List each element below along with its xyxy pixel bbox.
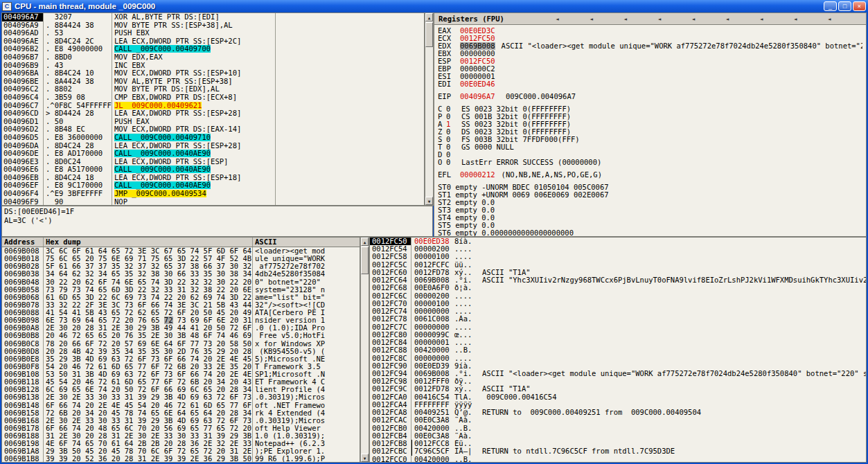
fpu-register-row[interactable]: ST1 empty +UNORM 0069 006E0069 002E0067: [438, 191, 862, 199]
dock-arrow-icon[interactable]: ◄: [828, 14, 831, 24]
disasm-row[interactable]: 004096BA. 8B4C24 10MOV ECX,DWORD PTR SS:…: [2, 69, 424, 78]
scrollbar-thumb[interactable]: [361, 247, 369, 274]
hexdump-row[interactable]: 0069B03834 64 62 32 34 65 35 32 38 30 66…: [2, 270, 360, 278]
stack-row[interactable]: 0012FC8C00000000....: [370, 355, 866, 362]
disassembly-pane[interactable]: 004096A7 3207XOR AL,BYTE PTR DS:[EDI]004…: [1, 12, 425, 206]
stack-row[interactable]: 0012FC7400000000....: [370, 307, 866, 315]
stack-row[interactable]: 0012FC6800E0A6F0ð¦à.: [370, 284, 866, 292]
hexdump-row[interactable]: 0069B1682E 30 2E 33 30 33 31 39 29 3B 4D…: [2, 417, 360, 425]
flag-row[interactable]: C0ES 0023 32bit 0(FFFFFFFF): [438, 105, 862, 113]
minimize-button[interactable]: _: [824, 1, 837, 11]
flag-row[interactable]: A1SS 0023 32bit 0(FFFFFFFF): [438, 121, 862, 128]
register-row[interactable]: ESI00000001: [438, 73, 862, 80]
info-pane[interactable]: DS:[00E0ED46]=1F AL=3C ('<'): [1, 206, 433, 237]
disasm-row[interactable]: 004096E3. 8D0C24LEA ECX,DWORD PTR SS:[ES…: [2, 158, 424, 166]
stack-row[interactable]: 0012FC5C0012FCFCüü..: [370, 261, 866, 269]
hexdump-row[interactable]: 0069B1382E 30 2E 33 30 33 31 39 29 3B 4D…: [2, 393, 360, 401]
scroll-down-icon[interactable]: ▼: [361, 454, 369, 462]
stack-row[interactable]: 0012FCAC00E0C3A8¨Ãà.: [370, 416, 866, 424]
stack-row[interactable]: 0012FC7000000100....: [370, 300, 866, 307]
stack-row[interactable]: 0012FCA4FFFFFFFFÿÿÿÿ: [370, 401, 866, 409]
register-row[interactable]: EBX00000000: [438, 50, 862, 57]
disasm-row[interactable]: 004096C4. 3B59 08CMP EBX,DWORD PTR DS:[E…: [2, 93, 424, 102]
dock-arrow-icon[interactable]: ◄: [726, 14, 729, 24]
hexdump-row[interactable]: 0069B08841 54 41 5B 43 65 72 62 65 72 6F…: [2, 309, 360, 316]
register-row-eip[interactable]: EIP004096A7_009C000.004096A7: [438, 93, 862, 100]
stack-row[interactable]: 0012FC8400000001....: [370, 339, 866, 346]
hexdump-header-address[interactable]: Address: [2, 238, 44, 247]
flag-row[interactable]: O0LastErr ERROR_SUCCESS (00000000): [438, 159, 862, 166]
hexdump-row[interactable]: 0069B0C878 20 66 6F 72 20 57 69 6E 64 6F…: [2, 340, 360, 348]
close-button[interactable]: ×: [853, 1, 866, 11]
disasm-row[interactable]: 004096EB. 8D4C24 18LEA ECX,DWORD PTR SS:…: [2, 174, 424, 182]
hexdump-row[interactable]: 0069B01875 6C 65 20 75 6E 69 71 75 65 3D…: [2, 255, 360, 262]
disasm-row[interactable]: 004096D1. 50PUSH EAX: [2, 118, 424, 126]
registers-pane[interactable]: Registers (FPU) ◄◄◄◄◄◄◄◄◄ EAX00E0ED3CECX…: [434, 12, 867, 237]
flag-row[interactable]: D0: [438, 151, 862, 159]
hexdump-row[interactable]: 0069B1984E 6F 74 65 70 61 64 2B 2B 20 28…: [2, 440, 360, 447]
register-row[interactable]: EBP000000C2: [438, 65, 862, 73]
hexdump-header-hex[interactable]: Hex dump: [44, 238, 253, 247]
disasm-row[interactable]: 004096F4.^E9 3BFEFFFFJMP _009C000.004095…: [2, 190, 424, 198]
hexdump-row[interactable]: 0069B11845 54 20 46 72 61 6D 65 77 6F 72…: [2, 378, 360, 386]
stack-row[interactable]: 0012FCB80012FCC8Èü..: [370, 440, 866, 447]
dock-arrow-icon[interactable]: ◄: [691, 14, 695, 24]
scroll-up-icon[interactable]: ▲: [425, 13, 433, 21]
hexdump-row[interactable]: 0069B04830 22 20 62 6F 74 6E 65 74 3D 22…: [2, 278, 360, 286]
register-row[interactable]: ECX0012FC50: [438, 35, 862, 42]
stack-row[interactable]: 0012FC5000E0ED388íà.: [370, 238, 866, 245]
hexdump-row[interactable]: 0069B1286C 69 65 6E 74 20 50 72 6F 66 69…: [2, 386, 360, 393]
stack-row[interactable]: 0012FCC000420000..B.: [370, 456, 866, 463]
hexdump-row[interactable]: 0069B1A829 3B 50 45 20 45 78 70 6C 6F 72…: [2, 447, 360, 455]
disasm-row[interactable]: 004096DA. 8D4C24 28LEA ECX,DWORD PTR SS:…: [2, 142, 424, 150]
stack-row[interactable]: 0012FC9000E0ED399íà.: [370, 362, 866, 370]
fpu-register-row[interactable]: ST2 empty 0.0: [438, 199, 862, 206]
maximize-button[interactable]: □: [838, 1, 851, 11]
hexdump-scrollbar[interactable]: ▲ ▼: [360, 237, 369, 463]
disasm-row[interactable]: 004096F9 90NOP: [2, 198, 424, 206]
stack-row[interactable]: 0012FC7C00000000....: [370, 323, 866, 331]
hexdump-row[interactable]: 0069B0986E 73 69 64 65 72 20 76 65 72 73…: [2, 316, 360, 324]
stack-row[interactable]: 0012FC9C0012FD78xý..ASCII "T1A": [370, 385, 866, 393]
disasm-row[interactable]: 004096B2. E8 49000000CALL _009C000.00409…: [2, 45, 424, 53]
disasm-row[interactable]: 004096B7. 8BD0MOV EDX,EAX: [2, 53, 424, 62]
hexdump-row[interactable]: 0069B0E835 29 3B 4D 69 63 72 6F 73 6F 66…: [2, 355, 360, 363]
dock-arrow-icon[interactable]: ◄: [556, 14, 559, 24]
register-row[interactable]: EAX00E0ED3C: [438, 27, 862, 35]
hexdump-row[interactable]: 0069B0A82E 30 20 28 31 2E 30 29 3B 49 44…: [2, 324, 360, 332]
disasm-row[interactable]: 004096DE. E8 AD170000CALL _009C000.0040A…: [2, 150, 424, 158]
stack-row[interactable]: 0012FCB000420000..B.: [370, 425, 866, 432]
stack-row[interactable]: 0012FC640069B008.°i.ASCII "Yhc3XUIiv2rNz…: [370, 276, 866, 284]
fpu-register-row[interactable]: ST4 empty 0.0: [438, 214, 862, 222]
disasm-row[interactable]: 004096AE. 8D4C24 2CLEA ECX,DWORD PTR SS:…: [2, 37, 424, 46]
register-row[interactable]: EDX0069B008ASCII "<loader><get_module un…: [438, 42, 862, 50]
stack-row[interactable]: 0012FCA000416C54TlA._009C000.00416C54: [370, 393, 866, 401]
disasm-row[interactable]: 004096C2. 8802MOV BYTE PTR DS:[EDX],AL: [2, 85, 424, 93]
disasm-row[interactable]: 004096C7.^0F8C 54FFFFFFJL _009C000.00409…: [2, 102, 424, 110]
hexdump-header-ascii[interactable]: ASCII: [253, 238, 360, 247]
hexdump-row[interactable]: 0069B05873 79 73 74 65 6D 3D 22 32 33 31…: [2, 286, 360, 294]
hexdump-pane[interactable]: Address Hex dump ASCII 0069B0083C 6C 6F …: [1, 237, 360, 463]
scrollbar-thumb[interactable]: [425, 22, 433, 47]
stack-row[interactable]: 0012FCA800409251Q’@.RETURN to _009C000.0…: [370, 409, 866, 416]
fpu-register-row[interactable]: ST3 empty 0.0: [438, 206, 862, 214]
flag-row[interactable]: Z0DS 0023 32bit 0(FFFFFFFF): [438, 128, 862, 136]
scroll-up-icon[interactable]: ▲: [361, 238, 369, 246]
hexdump-row[interactable]: 0069B15872 6B 20 34 20 45 78 74 65 6E 64…: [2, 409, 360, 417]
dock-arrow-icon[interactable]: ◄: [794, 14, 797, 24]
stack-row[interactable]: 0012FC980012FFF0ðÿ..: [370, 377, 866, 385]
dock-arrow-icon[interactable]: ◄: [760, 14, 763, 24]
hexdump-row[interactable]: 0069B06861 6D 65 3D 22 6C 69 73 74 22 20…: [2, 294, 360, 301]
hexdump-row[interactable]: 0069B0B820 46 72 65 65 20 76 35 2E 30 3B…: [2, 332, 360, 339]
stack-row[interactable]: 0012FC600012FD78xý..ASCII "T1A": [370, 269, 866, 276]
title-bar[interactable]: C CPU - main thread, module _009C000 _ □…: [0, 0, 868, 12]
eflags-row[interactable]: EFL00000212(NO,NB,NE,A,NS,PO,GE,G): [438, 171, 862, 179]
stack-row[interactable]: 0012FC940069B008.°i.ASCII "<loader><get_…: [370, 370, 866, 377]
hexdump-row[interactable]: 0069B0285F 61 66 37 37 35 32 37 32 65 37…: [2, 262, 360, 270]
disasm-row[interactable]: 004096EF. E8 9C170000CALL _009C000.0040A…: [2, 181, 424, 190]
register-row[interactable]: EDI00E0ED46: [438, 80, 862, 88]
disasm-row[interactable]: 004096E6. E8 A5170000CALL _009C000.0040A…: [2, 166, 424, 174]
stack-pane[interactable]: 0012FC5000E0ED388íà.0012FC5400000200....…: [369, 237, 867, 463]
stack-row[interactable]: 0012FCB400E0C3A8¨Ãà.: [370, 432, 866, 440]
disasm-row[interactable]: 004096A9. 884424 38MOV BYTE PTR SS:[ESP+…: [2, 21, 424, 30]
